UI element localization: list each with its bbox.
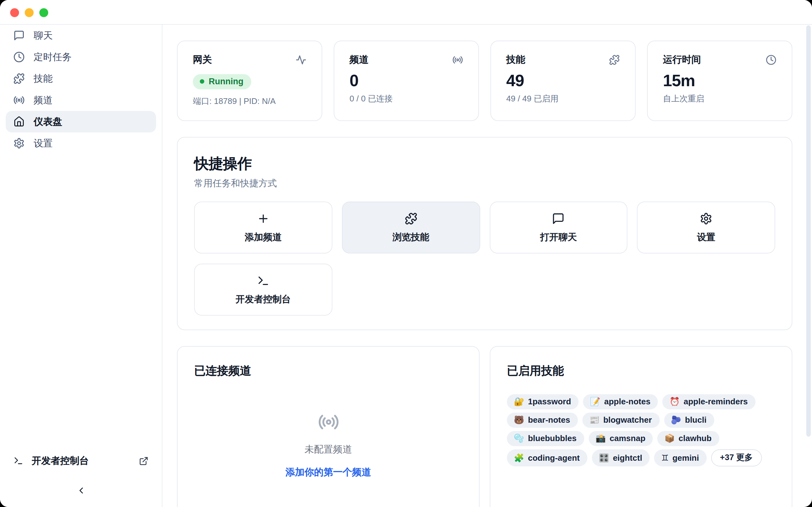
stat-value: 49 [506,71,620,91]
app-window: 聊天 定时任务 技能 频道 仪表盘 [0,0,812,507]
sidebar-item-label: 定时任务 [34,51,72,63]
stat-card: 运行时间 15m 自上次重启 [647,41,792,121]
skill-chips: 🔐 1password 📝 apple-notes ⏰ apple-remind… [507,394,775,466]
sidebar-item[interactable]: 频道 [6,89,156,111]
stat-card: 频道 0 0 / 0 已连接 [334,41,479,121]
quick-action-label: 设置 [697,231,715,243]
stat-card: 技能 49 49 / 49 已启用 [490,41,636,121]
skill-chip-label: bear-notes [528,415,570,425]
stat-title: 频道 [350,54,368,66]
skill-emoji-icon: 🔐 [514,397,524,406]
skill-chip: 🐻 bear-notes [507,412,577,428]
skill-chip: 📰 blogwatcher [582,412,659,428]
skill-chip-label: eightctl [613,453,642,462]
skill-chip-label: apple-notes [604,397,651,406]
skill-chip: 📸 camsnap [589,431,653,446]
chevron-left-icon[interactable] [76,486,86,496]
sidebar-collapse [0,486,162,496]
skill-emoji-icon: 📰 [589,415,599,425]
house-icon [13,116,25,127]
sidebar-item[interactable]: 聊天 [6,25,156,46]
channels-empty-state: 未配置频道 添加你的第一个频道 [194,378,462,478]
stat-title: 运行时间 [663,54,701,66]
traffic-light[interactable] [10,8,19,17]
skill-chip: 📦 clawhub [658,431,719,446]
traffic-light[interactable] [39,8,48,17]
window-controls [10,8,48,17]
quick-action-label: 开发者控制台 [236,293,291,305]
skill-chip: 🫧 bluebubbles [507,431,584,446]
skill-emoji-icon: ⏰ [670,397,680,406]
stat-subtext: 0 / 0 已连接 [350,93,463,105]
quick-action-button[interactable]: 添加频道 [194,202,333,253]
sidebar-item-label: 仪表盘 [34,116,62,128]
connected-channels-title: 已连接频道 [194,363,462,378]
stat-value: 0 [350,71,463,91]
terminal-icon [257,274,270,287]
empty-state-text: 未配置频道 [305,444,352,456]
sidebar-item[interactable]: 设置 [6,132,156,154]
status-dot [200,79,204,83]
skill-emoji-icon: 🫧 [514,434,524,443]
stat-card: 网关 Running 端口: 18789 | PID: N/A [177,41,322,121]
sidebar-item[interactable]: 定时任务 [6,46,156,68]
skill-chip-label: clawhub [678,434,711,443]
external-link-icon[interactable] [139,456,148,465]
quick-action-button[interactable]: 设置 [637,202,775,253]
quick-action-label: 浏览技能 [392,231,429,243]
radio-icon [317,411,339,433]
skill-chip: 📝 apple-notes [583,394,658,409]
stat-subtext: 自上次重启 [663,93,776,105]
sidebar-item-label: 技能 [34,72,53,84]
sidebar-nav: 聊天 定时任务 技能 频道 仪表盘 [0,25,162,154]
quick-action-button[interactable]: 浏览技能 [342,202,480,253]
skill-emoji-icon: 🎛️ [599,453,609,462]
titlebar[interactable] [0,0,812,25]
quick-action-button[interactable]: 打开聊天 [490,202,628,253]
skill-emoji-icon: 📝 [590,397,600,406]
sidebar-item-label: 设置 [34,137,53,149]
sidebar-item-label: 聊天 [34,30,53,42]
skill-chip-label: 1password [528,397,571,406]
quick-action-label: 添加频道 [245,231,282,243]
skill-emoji-icon: 📸 [596,434,606,443]
more-skills-chip[interactable]: +37 更多 [711,449,762,466]
quick-actions-card: 快捷操作 常用任务和快捷方式 添加频道 浏览技能 打 [177,137,792,330]
stat-title: 网关 [193,54,212,66]
quick-actions-title: 快捷操作 [194,154,775,174]
skill-chip-label: blogwatcher [603,415,652,425]
skill-chip: ♊ gemini [654,449,707,466]
clock-icon [13,51,25,63]
connected-channels-card: 已连接频道 未配置频道 添加你的第一个频道 [177,346,479,507]
clock-icon [766,55,776,65]
quick-action-button[interactable]: 开发者控制台 [194,264,333,316]
quick-actions-grid: 添加频道 浏览技能 打开聊天 设置 [194,202,775,316]
sidebar-footer: 开发者控制台 [0,450,162,496]
sidebar-item[interactable]: 仪表盘 [6,111,156,132]
dev-console-row[interactable]: 开发者控制台 [6,450,156,471]
quick-actions-subtitle: 常用任务和快捷方式 [194,177,775,189]
skill-chip-label: blucli [685,415,707,425]
main-content: 网关 Running 端口: 18789 | PID: N/A 频道 [162,25,812,507]
sidebar: 聊天 定时任务 技能 频道 仪表盘 [0,25,162,507]
vertical-scrollbar-thumb[interactable] [806,25,811,437]
settings-icon [13,137,25,149]
dev-console-label: 开发者控制台 [32,455,139,467]
message-square-icon [552,212,565,225]
stat-value: 15m [663,71,776,91]
radio-icon [13,95,25,106]
skill-chip-label: gemini [672,453,699,462]
stat-title: 技能 [506,54,525,66]
add-first-channel-link[interactable]: 添加你的第一个频道 [286,466,371,478]
sidebar-item[interactable]: 技能 [6,68,156,89]
terminal-icon [13,456,23,466]
sidebar-item-label: 频道 [34,94,53,106]
traffic-light[interactable] [25,8,34,17]
puzzle-icon [13,73,25,84]
activity-icon [296,55,306,65]
skill-chip: 🎛️ eightctl [592,449,650,466]
stat-subtext: 端口: 18789 | PID: N/A [193,96,306,107]
plus-icon [257,212,270,225]
enabled-skills-card: 已启用技能 🔐 1password 📝 apple-notes ⏰ [490,346,792,507]
skill-emoji-icon: 🧩 [514,453,524,462]
